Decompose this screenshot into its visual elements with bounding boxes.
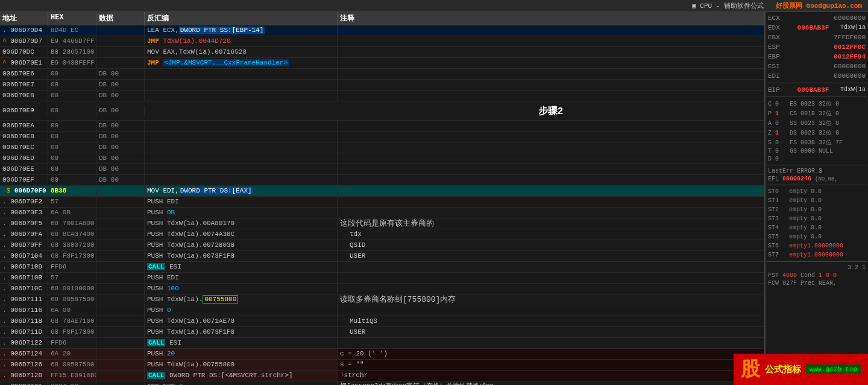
comment-cell	[338, 69, 764, 79]
addr-cell: 006D70E6	[0, 69, 48, 79]
table-row[interactable]: . 006D7124 6A 20 PUSH 20 c = 20 (' ')	[0, 349, 764, 360]
table-row[interactable]: . 006D7104 68 F8F17300 PUSH TdxW(1a).007…	[0, 251, 764, 262]
disasm-cell	[145, 80, 338, 90]
comment-cell	[338, 121, 764, 131]
table-row[interactable]: . 006D711D 68 F8F17300 PUSH TdxW(1a).007…	[0, 327, 764, 338]
table-row[interactable]: 006D70EF 00 DB 00	[0, 175, 764, 186]
watermark-bar: 股 公式指标 www.gszb.top	[734, 354, 868, 385]
disasm-cell	[145, 110, 338, 112]
comment-cell: 读取多券商名称到[755800]内存	[338, 294, 764, 305]
disasm-cell: PUSH TdxW(1a).00755800	[145, 294, 338, 305]
data-cell	[96, 305, 145, 316]
addr-cell: . 006D7104	[0, 251, 48, 261]
disasm-cell	[145, 69, 338, 79]
disasm-cell: CALL ESI	[145, 338, 338, 348]
st3: ST3 empty 0.0	[767, 214, 867, 223]
comment-cell	[338, 262, 764, 272]
table-row[interactable]: 006D70EE 00 DB 00	[0, 164, 764, 175]
comment-cell: 把[755800]内存中20字符（空格）首地址替换成00	[338, 381, 764, 385]
st7: ST7 empty 1.00000000	[767, 250, 867, 259]
table-row[interactable]: . 006D70F5 68 7001A800 PUSH TdxW(1a).00A…	[0, 218, 764, 229]
disasm-cell	[145, 132, 338, 142]
table-row[interactable]: . 006D70FA 68 8CA37400 PUSH TdxW(1a).007…	[0, 229, 764, 240]
disasm-cell: PUSH TdxW(1a).0071AE70	[145, 316, 338, 326]
comment-cell	[338, 186, 764, 196]
table-row[interactable]: 006D70DC B8 28657100 MOV EAX,TdxW(1a).00…	[0, 47, 764, 58]
table-row[interactable]: 006D70ED 00 DB 00	[0, 153, 764, 164]
reg-divider	[767, 83, 867, 83]
table-row[interactable]: ^ 006D70E1 E9 0438FEFF JMP <JMP.&MSVCRT.…	[0, 58, 764, 69]
addr-cell: 006D70DC	[0, 47, 48, 57]
disasm-cell: MOV EAX,TdxW(1a).00716528	[145, 47, 338, 57]
st5: ST5 empty 0.0	[767, 232, 867, 241]
table-row[interactable]: . 006D710C 68 00100000 PUSH 100	[0, 284, 764, 294]
hex-cell: 00	[48, 106, 96, 116]
table-row[interactable]: . 006D712B FF15 E0916D0 CALL DWORD PTR D…	[0, 371, 764, 381]
table-row[interactable]: 006D70EC 00 DB 00	[0, 142, 764, 153]
data-cell	[96, 186, 145, 196]
table-row[interactable]: 006D70E8 00 DB 00	[0, 91, 764, 101]
data-cell	[96, 197, 145, 207]
table-row[interactable]: . 006D7122 FFD6 CALL ESI	[0, 338, 764, 349]
comment-cell	[338, 80, 764, 90]
reg-ebp: EBP 0012FF94	[767, 52, 867, 62]
disasm-cell	[145, 164, 338, 174]
data-cell	[96, 371, 145, 381]
data-cell	[96, 229, 145, 240]
data-cell	[96, 381, 145, 385]
fcw-row: FCW 027F Prec NEAR,	[767, 279, 867, 287]
data-cell	[96, 251, 145, 261]
table-row[interactable]: . 006D70D4 8D4D EC LEA ECX,DWORD PTR SS:…	[0, 25, 764, 36]
table-row[interactable]: . 006D7111 68 00587500 PUSH TdxW(1a).007…	[0, 294, 764, 305]
watermark-char: 股	[741, 356, 760, 383]
table-row[interactable]: -$ 006D70F0 8B38 MOV EDI,DWORD PTR DS:[E…	[0, 186, 764, 197]
hex-cell: 00	[48, 164, 96, 174]
hex-cell: 68 8CA37400	[48, 229, 96, 240]
hex-cell: 8B38	[48, 186, 96, 196]
hex-cell: 6A 20	[48, 349, 96, 359]
addr-cell: 006D70EA	[0, 121, 48, 131]
table-row[interactable]: 006D70E7 00 DB 00	[0, 80, 764, 91]
disasm-rows[interactable]: . 006D70D4 8D4D EC LEA ECX,DWORD PTR SS:…	[0, 25, 764, 385]
disasm-cell: JMP <JMP.&MSVCRT.__CxxFrameHandler>	[145, 58, 338, 68]
table-row[interactable]: ^ 006D70D7 E9 4466D7FF JMP TdxW(1a).0044…	[0, 36, 764, 47]
hex-cell: 00	[48, 80, 96, 90]
disasm-cell: PUSH TdxW(1a).0073F1F8	[145, 251, 338, 261]
table-row[interactable]: 006D70EB 00 DB 00	[0, 132, 764, 142]
table-row[interactable]: . 006D7109 FFD6 CALL ESI	[0, 262, 764, 273]
comment-cell	[338, 132, 764, 142]
table-row[interactable]: . 006D7116 6A 00 PUSH 0	[0, 305, 764, 316]
hex-cell: 68 00100000	[48, 284, 96, 294]
data-cell: DB 00	[96, 80, 145, 90]
table-row[interactable]: . 006D710B 57 PUSH EDI	[0, 273, 764, 284]
addr-cell: 006D70E9	[0, 106, 48, 116]
addr-cell: ^ 006D70D7	[0, 36, 48, 46]
table-row[interactable]: . 006D7131 83C4 08 ADD ESP,8 把[755800]内存…	[0, 381, 764, 385]
comment-cell: c = 20 (' ')	[338, 349, 764, 359]
data-cell	[96, 349, 145, 359]
addr-cell: . 006D70FA	[0, 229, 48, 240]
disasm-cell	[145, 153, 338, 164]
col-header-addr: 地址	[0, 12, 48, 25]
table-row[interactable]: . 006D70FF 68 38807200 PUSH TdxW(1a).007…	[0, 240, 764, 251]
table-row[interactable]: . 006D7126 68 00587500 PUSH TdxW(1a).007…	[0, 360, 764, 371]
addr-cell: . 006D7126	[0, 360, 48, 370]
data-cell: DB 00	[96, 69, 145, 79]
table-row[interactable]: . 006D70F3 6A 0B PUSH 0B	[0, 208, 764, 218]
addr-cell: . 006D7116	[0, 305, 48, 316]
table-row[interactable]: . 006D7118 68 70AE7100 PUSH TdxW(1a).007…	[0, 316, 764, 327]
addr-cell: . 006D710C	[0, 284, 48, 294]
data-cell	[96, 273, 145, 283]
data-cell	[96, 262, 145, 272]
st1: ST1 empty 0.0	[767, 196, 867, 205]
comment-cell	[338, 273, 764, 283]
table-row[interactable]: . 006D70F2 57 PUSH EDI	[0, 197, 764, 208]
table-row[interactable]: 006D70E9 00 DB 00 步骤2	[0, 101, 764, 121]
addr-cell: . 006D710B	[0, 273, 48, 283]
top-bar: ▣ CPU - 辅助软件公式 好股票网 Goodgupiao.com	[0, 0, 868, 12]
table-row[interactable]: 006D70EA 00 DB 00	[0, 121, 764, 132]
disasm-cell	[145, 142, 338, 153]
hex-cell: 00	[48, 91, 96, 101]
disasm-cell: PUSH EDI	[145, 197, 338, 207]
table-row[interactable]: 006D70E6 00 DB 00	[0, 69, 764, 80]
